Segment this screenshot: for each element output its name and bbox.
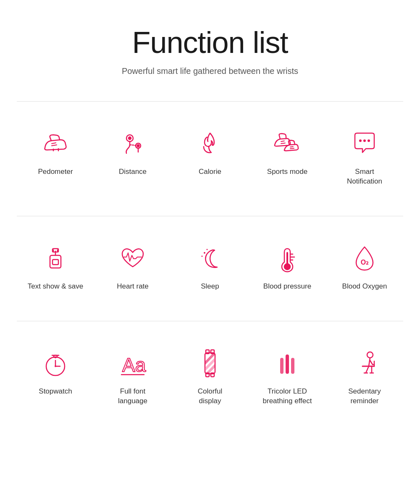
sleep-label: Sleep xyxy=(201,282,219,291)
feature-grid-3: Stopwatch Aa Full fontlanguage xyxy=(17,342,403,410)
full-font-label: Full fontlanguage xyxy=(118,387,147,406)
section-divider-3 xyxy=(17,321,403,321)
svg-point-20 xyxy=(202,255,203,257)
svg-text:Aa: Aa xyxy=(122,354,146,376)
feature-item-full-font: Aa Full fontlanguage xyxy=(95,342,171,410)
smart-notification-label: SmartNotification xyxy=(347,167,382,186)
svg-line-8 xyxy=(290,147,293,147)
svg-line-7 xyxy=(281,143,285,144)
full-font-icon: Aa xyxy=(116,346,150,380)
svg-point-12 xyxy=(368,139,370,142)
feature-item-stopwatch: Stopwatch xyxy=(18,342,93,401)
feature-item-tricolor-led: Tricolor LEDbreathing effect xyxy=(249,342,325,410)
page-header: Function list Powerful smart life gather… xyxy=(0,0,420,89)
svg-point-18 xyxy=(204,252,205,254)
feature-section-1: Pedometer Distance xyxy=(0,114,420,203)
stopwatch-label: Stopwatch xyxy=(39,387,72,396)
colorful-display-label: Colorfuldisplay xyxy=(198,387,223,406)
text-show-save-icon xyxy=(39,242,72,275)
svg-rect-14 xyxy=(52,260,58,265)
section-divider-1 xyxy=(17,101,403,102)
feature-item-sports-mode: Sports mode xyxy=(249,123,325,181)
svg-point-19 xyxy=(207,249,208,250)
pedometer-label: Pedometer xyxy=(38,167,73,177)
sedentary-icon xyxy=(348,346,381,380)
feature-item-blood-pressure: Blood pressure xyxy=(249,237,325,296)
svg-text:O₂: O₂ xyxy=(361,259,369,266)
tricolor-led-label: Tricolor LEDbreathing effect xyxy=(263,387,312,406)
calorie-icon xyxy=(193,127,227,160)
feature-item-smart-notification: SmartNotification xyxy=(327,123,402,191)
heart-rate-label: Heart rate xyxy=(117,282,149,291)
heart-rate-icon xyxy=(116,242,150,275)
feature-section-2: Text show & save Heart rate xyxy=(0,229,420,308)
page-title: Function list xyxy=(8,25,412,60)
svg-rect-46 xyxy=(286,354,289,374)
smart-notification-icon xyxy=(348,127,381,160)
page-subtitle: Powerful smart life gathered between the… xyxy=(8,66,412,76)
feature-item-text-show-save: Text show & save xyxy=(18,237,93,296)
text-show-save-label: Text show & save xyxy=(28,282,83,291)
section-divider-2 xyxy=(17,216,403,216)
calorie-label: Calorie xyxy=(199,167,221,177)
feature-item-sedentary: Sedentaryreminder xyxy=(327,342,402,410)
sports-mode-label: Sports mode xyxy=(267,167,307,177)
feature-item-distance: Distance xyxy=(95,123,171,181)
svg-point-48 xyxy=(367,352,373,358)
svg-point-10 xyxy=(359,139,362,142)
svg-rect-45 xyxy=(280,358,284,374)
svg-line-6 xyxy=(281,141,284,142)
svg-point-3 xyxy=(129,137,131,139)
tricolor-led-icon xyxy=(270,346,304,380)
svg-line-9 xyxy=(290,148,294,149)
sports-mode-icon xyxy=(270,127,304,160)
feature-item-blood-oxygen: O₂ Blood Oxygen xyxy=(327,237,402,296)
sedentary-label: Sedentaryreminder xyxy=(348,387,381,406)
blood-oxygen-icon: O₂ xyxy=(348,242,381,275)
distance-icon xyxy=(116,127,150,160)
svg-point-33 xyxy=(55,365,56,367)
feature-section-3: Stopwatch Aa Full fontlanguage xyxy=(0,334,420,423)
svg-point-11 xyxy=(363,139,366,142)
colorful-display-icon xyxy=(193,346,227,380)
svg-point-5 xyxy=(137,145,139,147)
blood-pressure-label: Blood pressure xyxy=(263,282,311,291)
blood-oxygen-label: Blood Oxygen xyxy=(342,282,387,291)
stopwatch-icon xyxy=(39,346,72,380)
feature-grid-2: Text show & save Heart rate xyxy=(17,237,403,296)
feature-grid-1: Pedometer Distance xyxy=(17,123,403,191)
feature-item-heart-rate: Heart rate xyxy=(95,237,171,296)
sleep-icon xyxy=(193,242,227,275)
feature-item-sleep: Sleep xyxy=(172,237,248,296)
svg-rect-47 xyxy=(291,358,294,374)
svg-point-21 xyxy=(284,264,290,270)
distance-label: Distance xyxy=(119,167,147,177)
feature-item-colorful-display: Colorfuldisplay xyxy=(172,342,248,410)
blood-pressure-icon xyxy=(270,242,304,275)
feature-item-pedometer: Pedometer xyxy=(18,123,93,181)
svg-rect-13 xyxy=(50,255,61,268)
pedometer-icon xyxy=(39,127,72,160)
feature-item-calorie: Calorie xyxy=(172,123,248,181)
